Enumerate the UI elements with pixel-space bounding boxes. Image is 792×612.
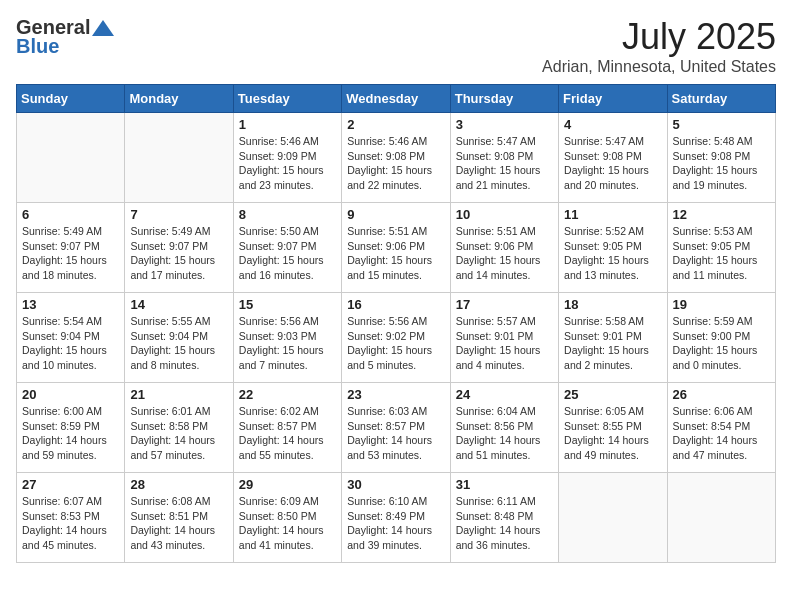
day-number: 17 (456, 297, 553, 312)
day-info: Sunrise: 6:01 AM Sunset: 8:58 PM Dayligh… (130, 404, 227, 463)
day-info: Sunrise: 6:09 AM Sunset: 8:50 PM Dayligh… (239, 494, 336, 553)
calendar-cell: 1Sunrise: 5:46 AM Sunset: 9:09 PM Daylig… (233, 113, 341, 203)
calendar-cell: 12Sunrise: 5:53 AM Sunset: 9:05 PM Dayli… (667, 203, 775, 293)
calendar-header-sunday: Sunday (17, 85, 125, 113)
day-info: Sunrise: 5:46 AM Sunset: 9:08 PM Dayligh… (347, 134, 444, 193)
day-number: 18 (564, 297, 661, 312)
day-info: Sunrise: 5:47 AM Sunset: 9:08 PM Dayligh… (564, 134, 661, 193)
calendar-table: SundayMondayTuesdayWednesdayThursdayFrid… (16, 84, 776, 563)
calendar-cell: 22Sunrise: 6:02 AM Sunset: 8:57 PM Dayli… (233, 383, 341, 473)
day-info: Sunrise: 6:11 AM Sunset: 8:48 PM Dayligh… (456, 494, 553, 553)
calendar-cell: 14Sunrise: 5:55 AM Sunset: 9:04 PM Dayli… (125, 293, 233, 383)
title-block: July 2025 Adrian, Minnesota, United Stat… (542, 16, 776, 76)
calendar-header-thursday: Thursday (450, 85, 558, 113)
day-number: 1 (239, 117, 336, 132)
day-number: 7 (130, 207, 227, 222)
day-info: Sunrise: 6:05 AM Sunset: 8:55 PM Dayligh… (564, 404, 661, 463)
day-info: Sunrise: 6:04 AM Sunset: 8:56 PM Dayligh… (456, 404, 553, 463)
day-number: 10 (456, 207, 553, 222)
day-number: 21 (130, 387, 227, 402)
logo-icon (92, 20, 114, 36)
calendar-header-friday: Friday (559, 85, 667, 113)
week-row-5: 27Sunrise: 6:07 AM Sunset: 8:53 PM Dayli… (17, 473, 776, 563)
calendar-cell: 25Sunrise: 6:05 AM Sunset: 8:55 PM Dayli… (559, 383, 667, 473)
day-number: 12 (673, 207, 770, 222)
day-number: 24 (456, 387, 553, 402)
calendar-cell: 13Sunrise: 5:54 AM Sunset: 9:04 PM Dayli… (17, 293, 125, 383)
day-info: Sunrise: 5:58 AM Sunset: 9:01 PM Dayligh… (564, 314, 661, 373)
day-number: 6 (22, 207, 119, 222)
day-info: Sunrise: 5:49 AM Sunset: 9:07 PM Dayligh… (22, 224, 119, 283)
day-number: 29 (239, 477, 336, 492)
week-row-2: 6Sunrise: 5:49 AM Sunset: 9:07 PM Daylig… (17, 203, 776, 293)
day-info: Sunrise: 5:55 AM Sunset: 9:04 PM Dayligh… (130, 314, 227, 373)
day-number: 26 (673, 387, 770, 402)
calendar-cell: 30Sunrise: 6:10 AM Sunset: 8:49 PM Dayli… (342, 473, 450, 563)
calendar-cell (559, 473, 667, 563)
day-info: Sunrise: 5:47 AM Sunset: 9:08 PM Dayligh… (456, 134, 553, 193)
calendar-cell: 15Sunrise: 5:56 AM Sunset: 9:03 PM Dayli… (233, 293, 341, 383)
calendar-cell: 20Sunrise: 6:00 AM Sunset: 8:59 PM Dayli… (17, 383, 125, 473)
month-title: July 2025 (542, 16, 776, 58)
day-info: Sunrise: 6:02 AM Sunset: 8:57 PM Dayligh… (239, 404, 336, 463)
day-info: Sunrise: 6:00 AM Sunset: 8:59 PM Dayligh… (22, 404, 119, 463)
day-number: 11 (564, 207, 661, 222)
day-info: Sunrise: 5:49 AM Sunset: 9:07 PM Dayligh… (130, 224, 227, 283)
calendar-cell (17, 113, 125, 203)
calendar-cell: 4Sunrise: 5:47 AM Sunset: 9:08 PM Daylig… (559, 113, 667, 203)
calendar-cell: 28Sunrise: 6:08 AM Sunset: 8:51 PM Dayli… (125, 473, 233, 563)
calendar-cell: 8Sunrise: 5:50 AM Sunset: 9:07 PM Daylig… (233, 203, 341, 293)
day-info: Sunrise: 5:53 AM Sunset: 9:05 PM Dayligh… (673, 224, 770, 283)
day-number: 19 (673, 297, 770, 312)
week-row-3: 13Sunrise: 5:54 AM Sunset: 9:04 PM Dayli… (17, 293, 776, 383)
day-number: 8 (239, 207, 336, 222)
calendar-cell: 5Sunrise: 5:48 AM Sunset: 9:08 PM Daylig… (667, 113, 775, 203)
day-info: Sunrise: 5:51 AM Sunset: 9:06 PM Dayligh… (456, 224, 553, 283)
calendar-cell: 17Sunrise: 5:57 AM Sunset: 9:01 PM Dayli… (450, 293, 558, 383)
calendar-cell (125, 113, 233, 203)
day-info: Sunrise: 5:57 AM Sunset: 9:01 PM Dayligh… (456, 314, 553, 373)
calendar-cell: 10Sunrise: 5:51 AM Sunset: 9:06 PM Dayli… (450, 203, 558, 293)
calendar-cell: 29Sunrise: 6:09 AM Sunset: 8:50 PM Dayli… (233, 473, 341, 563)
day-number: 23 (347, 387, 444, 402)
day-info: Sunrise: 5:48 AM Sunset: 9:08 PM Dayligh… (673, 134, 770, 193)
calendar-cell: 23Sunrise: 6:03 AM Sunset: 8:57 PM Dayli… (342, 383, 450, 473)
day-info: Sunrise: 5:52 AM Sunset: 9:05 PM Dayligh… (564, 224, 661, 283)
day-number: 13 (22, 297, 119, 312)
calendar-header-row: SundayMondayTuesdayWednesdayThursdayFrid… (17, 85, 776, 113)
day-info: Sunrise: 5:59 AM Sunset: 9:00 PM Dayligh… (673, 314, 770, 373)
calendar-header-saturday: Saturday (667, 85, 775, 113)
day-number: 22 (239, 387, 336, 402)
day-number: 3 (456, 117, 553, 132)
day-number: 28 (130, 477, 227, 492)
calendar-cell: 6Sunrise: 5:49 AM Sunset: 9:07 PM Daylig… (17, 203, 125, 293)
day-number: 27 (22, 477, 119, 492)
day-info: Sunrise: 5:56 AM Sunset: 9:03 PM Dayligh… (239, 314, 336, 373)
calendar-cell: 2Sunrise: 5:46 AM Sunset: 9:08 PM Daylig… (342, 113, 450, 203)
day-number: 5 (673, 117, 770, 132)
calendar-header-monday: Monday (125, 85, 233, 113)
day-info: Sunrise: 6:06 AM Sunset: 8:54 PM Dayligh… (673, 404, 770, 463)
calendar-cell (667, 473, 775, 563)
calendar-cell: 9Sunrise: 5:51 AM Sunset: 9:06 PM Daylig… (342, 203, 450, 293)
calendar-cell: 3Sunrise: 5:47 AM Sunset: 9:08 PM Daylig… (450, 113, 558, 203)
day-info: Sunrise: 5:54 AM Sunset: 9:04 PM Dayligh… (22, 314, 119, 373)
page-header: General Blue July 2025 Adrian, Minnesota… (16, 16, 776, 76)
day-number: 20 (22, 387, 119, 402)
day-info: Sunrise: 6:03 AM Sunset: 8:57 PM Dayligh… (347, 404, 444, 463)
calendar-cell: 31Sunrise: 6:11 AM Sunset: 8:48 PM Dayli… (450, 473, 558, 563)
week-row-4: 20Sunrise: 6:00 AM Sunset: 8:59 PM Dayli… (17, 383, 776, 473)
calendar-cell: 26Sunrise: 6:06 AM Sunset: 8:54 PM Dayli… (667, 383, 775, 473)
calendar-cell: 7Sunrise: 5:49 AM Sunset: 9:07 PM Daylig… (125, 203, 233, 293)
day-number: 2 (347, 117, 444, 132)
day-number: 4 (564, 117, 661, 132)
day-info: Sunrise: 6:10 AM Sunset: 8:49 PM Dayligh… (347, 494, 444, 553)
calendar-cell: 21Sunrise: 6:01 AM Sunset: 8:58 PM Dayli… (125, 383, 233, 473)
calendar-cell: 19Sunrise: 5:59 AM Sunset: 9:00 PM Dayli… (667, 293, 775, 383)
calendar-header-tuesday: Tuesday (233, 85, 341, 113)
svg-marker-0 (92, 20, 114, 36)
day-number: 30 (347, 477, 444, 492)
calendar-cell: 18Sunrise: 5:58 AM Sunset: 9:01 PM Dayli… (559, 293, 667, 383)
day-info: Sunrise: 6:08 AM Sunset: 8:51 PM Dayligh… (130, 494, 227, 553)
day-info: Sunrise: 5:56 AM Sunset: 9:02 PM Dayligh… (347, 314, 444, 373)
